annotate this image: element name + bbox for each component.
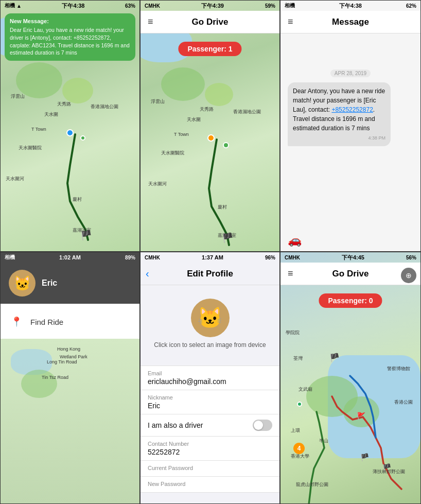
phone-link[interactable]: +85252252872 [331, 106, 373, 113]
status-time-1: 下午4:38 [62, 2, 84, 10]
status-bar-6: CMHK 下午4:45 56% [280, 252, 420, 263]
battery-4: 89% [125, 255, 135, 260]
battery-6: 56% [406, 255, 416, 260]
map-label-c2-2: 天秀路 [200, 106, 214, 113]
pin-orange-2 [207, 134, 215, 142]
map-label-4: T Town [31, 127, 46, 132]
status-left-3: 相機 [285, 2, 295, 9]
status-right-1: 63% [125, 3, 135, 9]
go-drive-header-1: ≡ Go Drive [141, 11, 279, 33]
driver-toggle-label: I am also a driver [148, 421, 203, 429]
passenger-badge-1: Passenger: 1 [178, 42, 241, 56]
compass-icon: ⊕ [401, 268, 416, 283]
sidebar-item-find-ride[interactable]: 📍 Find Ride [1, 309, 139, 335]
map-label-c2-3: 天水圍 [187, 116, 201, 123]
profile-pic[interactable]: 🐱 [191, 299, 230, 337]
map-label-c6-3: 警察博物館 [387, 366, 410, 372]
status-right-5: 96% [265, 255, 275, 260]
signal-text-1: 相機 [5, 2, 15, 9]
cell-go-drive-1: CMHK 下午4:39 59% ≡ Go Drive 浮雲山 天秀路 天水圍 T… [140, 0, 280, 252]
new-password-label: New Password [148, 481, 272, 487]
map-label-c2-5: 天水圍醫院 [161, 150, 184, 157]
map-background-6: 學院院 荃灣 警察博物館 文武廟 香港公園 上環 半山 香港大學 薄扶林郊野公園… [280, 252, 420, 503]
map-label-c6-4: 文武廟 [299, 386, 312, 393]
status-right-3: 62% [406, 3, 416, 9]
map-label-2: 天秀路 [57, 101, 71, 108]
back-button[interactable]: ‹ [146, 268, 149, 280]
map-label-c2-7: 天水圍河 [148, 181, 167, 187]
cell-map-notification: 相機 ▲ 下午4:38 63% 浮雲山 天秀路 天水圍 T Town 天水圍醫院… [0, 0, 140, 252]
hamburger-icon-3[interactable]: ≡ [288, 16, 293, 27]
status-bar-5: CMHK 1:37 AM 96% [141, 252, 279, 263]
go-drive-title-1: Go Drive [192, 17, 229, 27]
map-route-svg-2 [141, 1, 279, 251]
nickname-label: Nickname [148, 394, 272, 401]
map-label-c6-1: 學院院 [286, 329, 300, 336]
map-label-c2-6: 香港濕地公園 [233, 109, 261, 115]
cell-sidebar: 相機 1:02 AM 89% 🐱 Eric 📍 Find Ride 🚗 Go D… [0, 252, 140, 504]
avatar: 🐱 [9, 270, 36, 297]
contact-field: Contact Number 52252872 [141, 437, 279, 461]
car-icon: 🚗 [288, 234, 302, 247]
status-bar-4: 相機 1:02 AM 89% [1, 252, 139, 263]
map-label-c2-1: 浮雲山 [151, 98, 165, 105]
map-label-c2-9: 嘉湖冰室 [218, 232, 236, 239]
status-time-2: 下午4:39 [201, 2, 224, 10]
map-label-8: 廈村 [73, 196, 82, 203]
cell-message: 相機 下午4:38 62% ≡ Message APR 28, 2019 Dea… [280, 0, 421, 252]
park-sidebar [21, 370, 57, 398]
email-value: ericlauchiho@gmail.com [148, 377, 272, 386]
map-label-1: 浮雲山 [11, 93, 25, 100]
edit-profile-header: ‹ Edit Profile [141, 263, 279, 285]
status-left-4: 相機 [5, 254, 15, 261]
status-time-4: 1:02 AM [59, 254, 81, 260]
nickname-value: Eric [148, 402, 272, 410]
message-header: ≡ Message [280, 11, 420, 33]
password-field: Current Password [141, 461, 279, 477]
edit-profile-title: Edit Profile [187, 269, 233, 279]
status-right-6: 56% [406, 255, 416, 260]
notification-bubble: New Message: Dear Eric Lau, you have a n… [5, 13, 135, 61]
cell-go-drive-2: CMHK 下午4:45 56% ≡ Go Drive 學院院 荃灣 警察博物館 … [280, 252, 421, 504]
sidebar-username: Eric [42, 279, 57, 288]
status-time-6: 下午4:45 [342, 254, 364, 262]
form-section: Email ericlauchiho@gmail.com Nickname Er… [141, 366, 279, 493]
hamburger-icon-1[interactable]: ≡ [148, 16, 153, 27]
contact-label: Contact Number [148, 441, 272, 447]
find-ride-icon: 📍 [11, 316, 22, 327]
pin-start-1 [66, 129, 74, 136]
map-label-5: 天水圍醫院 [19, 145, 42, 151]
map-label-c6-8: 香港大學 [291, 453, 309, 460]
flag-2-6: 🚩 [357, 412, 365, 420]
battery-2: 59% [265, 3, 275, 9]
message-content: APR 28, 2019 Dear Antony, you have a new… [280, 33, 420, 251]
flag-1-6: 🏴 [329, 353, 340, 362]
map-background-2: 浮雲山 天秀路 天水圍 T Town 天水圍醫院 香港濕地公園 天水圍河 廈村 … [141, 1, 279, 251]
map-label-sidebar-3: Hong Kong [57, 346, 80, 352]
map-route-svg-6 [280, 252, 420, 503]
map-label-c6-6: 上環 [291, 427, 300, 434]
map-label-c6-7: 半山 [319, 438, 328, 444]
status-bar-3: 相機 下午4:38 62% [280, 1, 420, 11]
go-drive-header-2: ≡ Go Drive [280, 263, 420, 285]
map-label-sidebar-1: Long Tin Road [47, 359, 77, 364]
contact-value: 52252872 [148, 448, 272, 456]
hamburger-icon-6[interactable]: ≡ [288, 268, 293, 279]
battery-5: 96% [265, 255, 275, 260]
map-label-9: 嘉湖冰室 [73, 227, 91, 234]
battery-3: 62% [406, 3, 416, 9]
status-left-2: CMHK [145, 3, 160, 9]
message-bubble: Dear Antony, you have a new ride match! … [288, 82, 391, 146]
driver-toggle-row: I am also a driver [141, 414, 279, 437]
status-left-1: 相機 ▲ [5, 2, 22, 9]
message-time: 4:38 PM [293, 135, 385, 142]
message-title: Message [332, 17, 369, 27]
email-field: Email ericlauchiho@gmail.com [141, 366, 279, 390]
map-label-6: 香港濕地公園 [91, 103, 118, 110]
status-left-5: CMHK [145, 255, 160, 260]
cell-edit-profile: CMHK 1:37 AM 96% ‹ Edit Profile 🐱 Click … [140, 252, 280, 504]
driver-toggle[interactable] [253, 420, 272, 431]
email-label: Email [148, 370, 272, 376]
status-left-6: CMHK [285, 255, 300, 260]
notification-body: Dear Eric Lau, you have a new ride match… [10, 26, 130, 57]
